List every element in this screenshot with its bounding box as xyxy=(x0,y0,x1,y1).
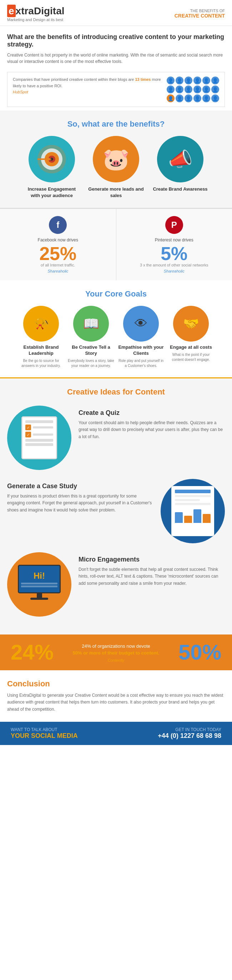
benefit-circle-engagement xyxy=(28,136,75,182)
benefits-section: So, what are the benefits? Increase Enga… xyxy=(0,111,232,208)
person-icon-12: 👤 xyxy=(211,86,219,93)
header: extraDigital Marketing and Design at its… xyxy=(0,0,232,26)
pinterest-icon: P xyxy=(165,216,183,234)
goal-circle-creative: 📖 xyxy=(73,306,109,342)
stats-icons: 👤 👤 👤 👤 👤 👤 👤 👤 👤 👤 👤 👤 👤 👤 👤 👤 👤 👤 xyxy=(167,76,219,102)
stats-text: Companies that have prioritised creative… xyxy=(13,76,161,95)
goal-title-engage: Engage at all costs xyxy=(170,344,212,350)
goal-item-empathise: 👁 Empathise with your Clients Role play … xyxy=(118,306,164,368)
footer-right-bottom: +44 (0) 1227 68 68 98 xyxy=(158,732,221,740)
benefit-circle-brand: 📣 xyxy=(157,136,204,182)
core-goals-section: Your Core Goals 📯 Establish Brand Leader… xyxy=(0,280,232,377)
header-right-top: The Benefits of xyxy=(175,9,225,13)
stats-highlight: 13 times xyxy=(135,77,151,81)
goal-item-brand: 📯 Establish Brand Leadership Be the go t… xyxy=(18,306,64,368)
quiz-content: Create a Quiz Your content should aim to… xyxy=(79,406,225,440)
cs-bar-1 xyxy=(175,512,183,523)
cs-line-3 xyxy=(175,503,211,505)
person-icon-17: 👤 xyxy=(202,94,210,102)
goal-item-creative: 📖 Be Creative Tell a Story Everybody lov… xyxy=(68,306,114,368)
logo: extraDigital Marketing and Design at its… xyxy=(7,5,65,22)
person-icon-15: 👤 xyxy=(185,94,193,102)
goals-row: 📯 Establish Brand Leadership Be the go t… xyxy=(7,306,225,368)
benefits-row: Increase Engagement with your audience 🐷… xyxy=(7,136,225,199)
person-icon-3: 👤 xyxy=(185,76,193,84)
pinterest-source: Shareaholic xyxy=(123,269,225,273)
benefit-circle-leads: 🐷 xyxy=(93,136,139,182)
article-body: Creative Content is hot property in the … xyxy=(7,52,225,65)
clipboard-check-2: ✓ xyxy=(25,432,53,438)
conclusion-section: Conclusion Using ExtraDigital to generat… xyxy=(0,670,232,722)
cs-line-1 xyxy=(175,495,211,497)
goal-desc-engage: What is the point if your content doesn'… xyxy=(168,352,214,362)
idea-quiz-block: ✓ ✓ Create a Quiz Your content should ai… xyxy=(7,406,225,470)
check-box-2: ✓ xyxy=(25,432,31,438)
clipboard-line-2 xyxy=(25,439,53,442)
benefit-label-leads: Generate more leads and sales xyxy=(87,186,145,199)
goal-title-brand: Establish Brand Leadership xyxy=(18,344,64,356)
logo-sub: Marketing and Design at its best xyxy=(7,18,65,22)
footer-right-top: Get in touch today xyxy=(158,727,221,732)
facebook-icon: f xyxy=(49,216,67,234)
goal-desc-creative: Everybody loves a story, take your reade… xyxy=(68,358,114,368)
stats-source: HubSpot xyxy=(13,90,28,94)
goal-title-empathise: Empathise with your Clients xyxy=(118,344,164,356)
person-icon-11: 👤 xyxy=(202,86,210,93)
trumpet-icon: 📯 xyxy=(33,316,49,331)
person-icon-16: 👤 xyxy=(193,94,201,102)
stats-band-source: Contently xyxy=(61,658,171,662)
check-line-2 xyxy=(33,433,53,436)
monitor-stand xyxy=(37,593,42,598)
person-icon-4: 👤 xyxy=(193,76,201,84)
benefit-label-engagement: Increase Engagement with your audience xyxy=(23,186,80,199)
monitor-hi-text: Hi! xyxy=(33,571,45,581)
case-study-card xyxy=(171,486,214,536)
benefit-item-engagement: Increase Engagement with your audience xyxy=(23,136,80,199)
stats-box: Companies that have prioritised creative… xyxy=(7,72,225,107)
cs-bar-3 xyxy=(193,509,201,523)
person-icon-6: 👤 xyxy=(211,76,219,84)
cs-bar-2 xyxy=(184,516,192,523)
handshake-icon: 🤝 xyxy=(183,316,199,331)
monitor-screen: Hi! xyxy=(18,565,61,593)
goal-desc-empathise: Role play and put yourself in a Customer… xyxy=(118,358,164,368)
person-icon-7: 👤 xyxy=(167,86,175,93)
quiz-icon-circle: ✓ ✓ xyxy=(7,406,71,470)
facebook-source: Shareaholic xyxy=(7,269,109,273)
benefit-item-brand: 📣 Create Brand Awareness xyxy=(152,136,209,199)
ideas-title: Creative Ideas for Content xyxy=(7,387,225,397)
footer-left: Want to talk about YOUR SOCIAL MEDIA xyxy=(11,727,78,740)
megaphone-icon: 📣 xyxy=(168,148,193,171)
footer-right: Get in touch today +44 (0) 1227 68 68 98 xyxy=(158,727,221,740)
check-box-1: ✓ xyxy=(25,425,31,430)
eye-icon: 👁 xyxy=(134,316,147,331)
pinterest-intro: Pinterest now drives xyxy=(123,237,225,242)
stats-band-right-num: 50% xyxy=(178,642,221,663)
monitor-line-1 xyxy=(21,582,58,584)
micro-title: Micro Engagements xyxy=(79,556,225,563)
cs-header xyxy=(175,490,211,493)
header-right-bottom: Creative Content xyxy=(175,13,225,19)
goal-desc-brand: Be the go to source for answers in your … xyxy=(18,358,64,368)
goal-circle-empathise: 👁 xyxy=(123,306,159,342)
micro-content: Micro Engagements Don't forget the subtl… xyxy=(79,552,225,587)
monitor-lines xyxy=(21,582,58,587)
social-stats: f Facebook now drives 25% of all Interne… xyxy=(0,208,232,280)
goal-circle-brand: 📯 xyxy=(23,306,59,342)
goal-item-engage: 🤝 Engage at all costs What is the point … xyxy=(168,306,214,368)
quiz-body: Your content should aim to help people d… xyxy=(79,420,225,440)
monitor-line-2 xyxy=(21,585,58,587)
facebook-percent: 25% xyxy=(7,244,109,263)
piggy-icon: 🐷 xyxy=(103,146,129,172)
person-icon-1: 👤 xyxy=(167,76,175,84)
micro-body: Don't forget the subtle elements that he… xyxy=(79,566,225,587)
facebook-stat: f Facebook now drives 25% of all Interne… xyxy=(0,209,116,280)
case-study-title: Generate a Case Study xyxy=(7,482,153,490)
clipboard-check-1: ✓ xyxy=(25,425,53,430)
case-study-body: If your business is product driven this … xyxy=(7,493,153,514)
person-icon-18: 👤 xyxy=(211,94,219,102)
cs-bar-4 xyxy=(203,514,211,523)
idea-micro-block: Hi! Micro Engagements Don't forget the s… xyxy=(7,552,225,617)
article-intro: What are the benefits of introducing cre… xyxy=(0,26,232,68)
micro-icon-circle: Hi! xyxy=(7,552,71,617)
